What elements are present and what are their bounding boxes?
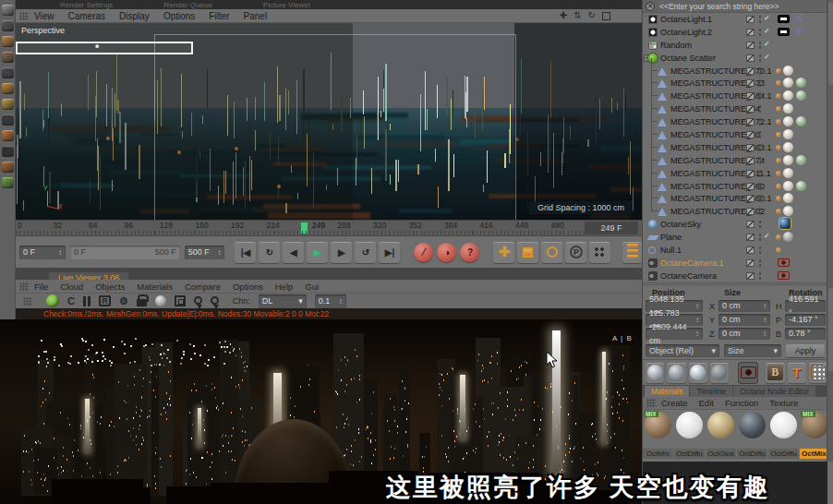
material-item[interactable]: OctDiffu bbox=[674, 410, 705, 462]
visibility-dots-icon[interactable] bbox=[758, 271, 762, 281]
object-row[interactable]: OctaneLight.1✓ bbox=[643, 13, 827, 26]
visibility-dots-icon[interactable] bbox=[758, 117, 762, 126]
pearl-thumb-icon[interactable] bbox=[783, 129, 793, 139]
layer-patch-icon[interactable] bbox=[746, 170, 755, 177]
tool-icon[interactable] bbox=[2, 99, 14, 110]
object-label[interactable]: MEGASTRUCTURE_472.1 bbox=[670, 117, 772, 126]
material-name[interactable]: OctDiffu bbox=[737, 449, 767, 459]
visibility-dots-icon[interactable] bbox=[758, 130, 762, 139]
dot-thumb-icon[interactable] bbox=[776, 184, 781, 189]
rotation-field[interactable]: 0.78 ° bbox=[785, 328, 826, 340]
tab-timeline[interactable]: Timeline bbox=[690, 386, 732, 397]
layer-patch-icon[interactable] bbox=[746, 42, 755, 49]
timeline-tick[interactable]: 0 bbox=[16, 221, 52, 235]
material-name[interactable]: OctDiffu bbox=[768, 449, 799, 459]
tab-octane-node-editor[interactable]: Octane Node Editor bbox=[733, 386, 815, 397]
pearl-thumb-icon[interactable] bbox=[783, 168, 793, 178]
perspective-viewport[interactable]: * Perspective Y X Grid Spacing : 1000 cm bbox=[16, 23, 642, 220]
target-thumb-icon[interactable] bbox=[794, 14, 803, 22]
object-label[interactable]: OctaneCamera.1 bbox=[660, 258, 724, 268]
frame-start-field[interactable]: 0 F↕ bbox=[19, 246, 66, 259]
refresh-icon[interactable]: C bbox=[67, 295, 75, 306]
dot-thumb-icon[interactable] bbox=[776, 209, 781, 214]
object-label[interactable]: MEGASTRUCTURE_470.1 bbox=[670, 66, 772, 76]
blackrect-thumb-icon[interactable] bbox=[778, 15, 790, 23]
pearl-thumb-icon[interactable] bbox=[783, 103, 793, 114]
visibility-dots-icon[interactable] bbox=[758, 246, 762, 255]
layer-patch-icon[interactable] bbox=[746, 246, 755, 254]
target-thumb-icon[interactable] bbox=[794, 27, 803, 35]
clay-mode-icon[interactable] bbox=[155, 295, 166, 306]
timeline-tick[interactable]: 352 bbox=[407, 221, 443, 235]
tool-icon[interactable] bbox=[2, 67, 14, 78]
timeline-tick[interactable]: 480 bbox=[549, 221, 586, 235]
loop-button[interactable]: ↺ bbox=[355, 242, 376, 263]
dot-thumb-icon[interactable] bbox=[776, 171, 781, 176]
tab-materials[interactable]: Materials bbox=[645, 386, 689, 397]
grip-handle-icon[interactable] bbox=[19, 12, 29, 20]
object-label[interactable]: Plane bbox=[660, 233, 682, 242]
timeline-ruler[interactable]: 0326496128160192224249288320352384416448… bbox=[16, 220, 642, 236]
green-thumb-icon[interactable] bbox=[796, 155, 806, 165]
visibility-dots-icon[interactable] bbox=[758, 91, 762, 101]
green-thumb-icon[interactable] bbox=[796, 78, 806, 88]
size-field[interactable]: 0 cm↕ bbox=[718, 314, 770, 326]
jump-start-button[interactable]: |◀ bbox=[235, 242, 256, 263]
search-input[interactable]: <<Enter your search string here>> bbox=[659, 2, 779, 11]
maximize-view-icon[interactable] bbox=[602, 12, 610, 20]
object-row[interactable]: MEGASTRUCTURE_363.1 bbox=[643, 141, 827, 154]
pan-icon[interactable]: ✚ bbox=[560, 11, 567, 20]
pearl-thumb-icon[interactable] bbox=[783, 78, 793, 88]
tool-icon[interactable] bbox=[2, 83, 14, 94]
layer-patch-icon[interactable] bbox=[746, 131, 755, 138]
timeline-tick[interactable]: 64 bbox=[87, 221, 123, 235]
material-name[interactable]: OctMix bbox=[643, 449, 673, 459]
timeline-tick[interactable]: 96 bbox=[123, 221, 159, 235]
enabled-check-icon[interactable]: ✓ bbox=[764, 53, 770, 61]
object-row[interactable]: MEGASTRUCTURE_30 bbox=[643, 128, 827, 141]
material-name[interactable]: OctGlos bbox=[706, 449, 736, 459]
position-field[interactable]: -2809.444 cm↕ bbox=[646, 328, 703, 340]
object-label[interactable]: OctaneSky bbox=[660, 220, 701, 229]
timeline-tick[interactable]: 192 bbox=[229, 221, 265, 235]
dot-thumb-icon[interactable] bbox=[776, 132, 781, 138]
object-row[interactable]: MEGASTRUCTURE_470.1 bbox=[643, 65, 827, 78]
layer-patch-icon[interactable] bbox=[746, 79, 755, 87]
object-label[interactable]: OctaneLight.1 bbox=[660, 15, 712, 24]
object-label[interactable]: Random bbox=[660, 41, 692, 50]
tool-icon[interactable] bbox=[2, 5, 14, 16]
autokey-button[interactable]: ◑ bbox=[437, 243, 456, 262]
timeline-tick[interactable]: 448 bbox=[513, 221, 549, 235]
object-row[interactable]: OctaneSky bbox=[643, 218, 827, 231]
enabled-check-icon[interactable]: ✓ bbox=[764, 14, 770, 22]
layer-patch-icon[interactable] bbox=[746, 208, 755, 215]
object-label[interactable]: MEGASTRUCTURE_484.1 bbox=[670, 91, 772, 101]
object-label[interactable]: OctaneLight.2 bbox=[660, 28, 712, 37]
layer-patch-icon[interactable] bbox=[746, 92, 755, 100]
dot-thumb-icon[interactable] bbox=[776, 68, 781, 74]
object-row[interactable]: MEGASTRUCTURE_484.1 bbox=[643, 90, 827, 102]
visibility-dots-icon[interactable] bbox=[758, 41, 762, 50]
render-camera-button[interactable] bbox=[739, 363, 757, 383]
size-field[interactable]: 0 cm↕ bbox=[718, 328, 770, 340]
mat-menu-texture[interactable]: Texture bbox=[769, 398, 798, 408]
play-button[interactable]: ▶ bbox=[307, 242, 328, 263]
object-label[interactable]: MEGASTRUCTURE_363.1 bbox=[670, 143, 772, 152]
record-parameter-button[interactable] bbox=[541, 242, 562, 263]
record-position-button[interactable]: ⁄ bbox=[414, 243, 433, 262]
tool-icon[interactable] bbox=[2, 52, 14, 63]
layer-patch-icon[interactable] bbox=[746, 234, 755, 241]
object-row[interactable]: MEGASTRUCTURE_411.1 bbox=[643, 167, 827, 180]
object-row[interactable]: Null.1 bbox=[643, 244, 827, 257]
apply-button[interactable]: Apply bbox=[786, 344, 825, 357]
mat-menu-edit[interactable]: Edit bbox=[699, 398, 714, 408]
layer-patch-icon[interactable] bbox=[746, 67, 755, 75]
timeline-tick[interactable]: 416 bbox=[478, 221, 514, 235]
timeline-ticks[interactable]: 0326496128160192224249288320352384416448… bbox=[16, 221, 585, 235]
lv-menu-compare[interactable]: Compare bbox=[185, 282, 221, 292]
visibility-dots-icon[interactable] bbox=[758, 15, 762, 24]
timeline-tick[interactable]: 224 bbox=[265, 221, 301, 235]
lv-menu-options[interactable]: Options bbox=[233, 282, 263, 292]
restart-render-icon[interactable]: R bbox=[99, 295, 111, 306]
pearl-thumb-icon[interactable] bbox=[783, 142, 793, 152]
